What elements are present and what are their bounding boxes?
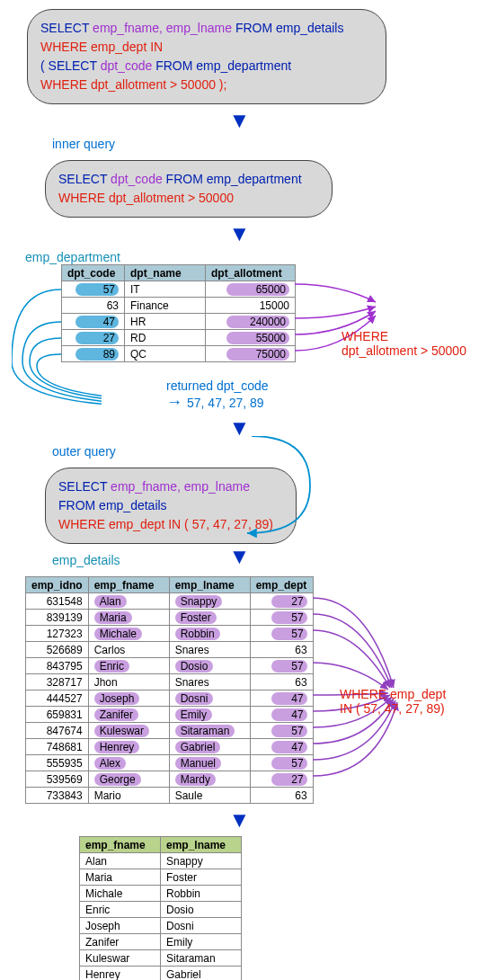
table-row: 847674KuleswarSitaraman57 xyxy=(26,723,314,739)
col-header: emp_dept xyxy=(250,577,313,593)
sql-cols: emp_fname, emp_lname xyxy=(93,21,232,35)
kw-from2: FROM xyxy=(155,58,192,73)
col-header: emp_fname xyxy=(80,837,161,853)
table-row: KuleswarSitaraman xyxy=(80,950,242,967)
table-row: 839139MariaFoster57 xyxy=(26,610,314,626)
col-header: dpt_code xyxy=(62,265,125,281)
kw-where: WHERE xyxy=(58,191,105,205)
label-inner-query: inner query xyxy=(52,137,470,151)
returned-values: 57, 47, 27, 89 xyxy=(187,396,264,410)
arrow-icon: ▼ xyxy=(9,223,470,245)
table-row: JosephDosni xyxy=(80,918,242,934)
sql-col: emp_dept xyxy=(109,517,164,531)
side-where: WHERE xyxy=(342,329,466,343)
sql-table: emp_details xyxy=(276,21,344,35)
table-row: 526689CarlosSnares63 xyxy=(26,642,314,658)
sql-table: emp_department xyxy=(207,172,302,186)
emp-details-table: emp_idno emp_fname emp_lname emp_dept 63… xyxy=(25,576,314,804)
kw-where2: WHERE xyxy=(40,77,87,92)
kw-in: IN xyxy=(150,40,163,54)
sql-col2: dpt_code xyxy=(101,58,153,73)
table-row: 631548AlanSnappy27 xyxy=(26,593,314,610)
result-table: emp_fname emp_lname AlanSnappyMariaFoste… xyxy=(79,836,242,980)
table-row: AlanSnappy xyxy=(80,853,242,869)
table-row: 748681HenreyGabriel47 xyxy=(26,739,314,755)
sql-col: dpt_code xyxy=(111,172,163,186)
sql-outer-full: SELECT emp_fname, emp_lname FROM emp_det… xyxy=(27,9,386,104)
side-where: WHERE xyxy=(340,687,386,701)
label-returned: returned dpt_code xyxy=(166,379,269,393)
side-vals: ( 57, 47, 27, 89) xyxy=(356,701,445,716)
table-row: 659831ZaniferEmily47 xyxy=(26,707,314,723)
table-row: MariaFoster xyxy=(80,869,242,886)
kw-select: SELECT xyxy=(40,21,89,35)
arrow-right-icon: → xyxy=(166,393,187,411)
kw-select2: ( SELECT xyxy=(40,58,97,73)
side-col: emp_dept xyxy=(390,687,446,701)
arrow-icon: ▼ xyxy=(9,110,470,131)
label-emp-department: emp_department xyxy=(25,250,470,264)
sql-cond: dpt_allotment > 50000 ); xyxy=(91,77,226,92)
kw-in: IN xyxy=(168,517,181,531)
table-row: ZaniferEmily xyxy=(80,934,242,950)
kw-select: SELECT xyxy=(58,172,107,186)
col-header: emp_lname xyxy=(169,577,250,593)
sql-cols: emp_fname, emp_lname xyxy=(111,479,250,494)
col-header: dpt_name xyxy=(125,265,206,281)
table-row: 444527JosephDosni47 xyxy=(26,690,314,707)
table-row: MichaleRobbin xyxy=(80,886,242,902)
table-row: HenreyGabriel xyxy=(80,967,242,981)
col-header: dpt_allotment xyxy=(206,265,296,281)
col-header: emp_fname xyxy=(88,577,169,593)
sql-col: emp_dept xyxy=(91,40,146,54)
sql-cond: dpt_allotment > 50000 xyxy=(109,191,234,205)
table-row: EnricDosio xyxy=(80,902,242,918)
kw-where: WHERE xyxy=(58,517,105,531)
sql-inner: SELECT dpt_code FROM emp_department WHER… xyxy=(45,160,333,218)
col-header: emp_idno xyxy=(26,577,89,593)
table-row: 555935AlexManuel57 xyxy=(26,755,314,771)
sql-table2: emp_department xyxy=(196,58,291,73)
arrow-returned-lines xyxy=(12,281,102,442)
table-row: 733843MarioSaule63 xyxy=(26,788,314,804)
sql-table: emp_details xyxy=(99,498,167,512)
kw-from: FROM xyxy=(235,21,272,35)
kw-select: SELECT xyxy=(58,479,107,494)
kw-where: WHERE xyxy=(40,40,87,54)
table-row: 539569GeorgeMardy27 xyxy=(26,771,314,788)
col-header: emp_lname xyxy=(161,837,242,853)
side-cond: dpt_allotment > 50000 xyxy=(342,343,466,358)
arrow-to-outer xyxy=(247,436,472,544)
kw-from: FROM xyxy=(166,172,203,186)
table-row: 843795EnricDosio57 xyxy=(26,658,314,674)
kw-from: FROM xyxy=(58,498,95,512)
table-row: 127323MichaleRobbin57 xyxy=(26,626,314,642)
side-in: IN xyxy=(340,701,352,716)
table-row: 328717JhonSnares63 xyxy=(26,674,314,690)
label-emp-details: emp_details xyxy=(52,553,470,567)
